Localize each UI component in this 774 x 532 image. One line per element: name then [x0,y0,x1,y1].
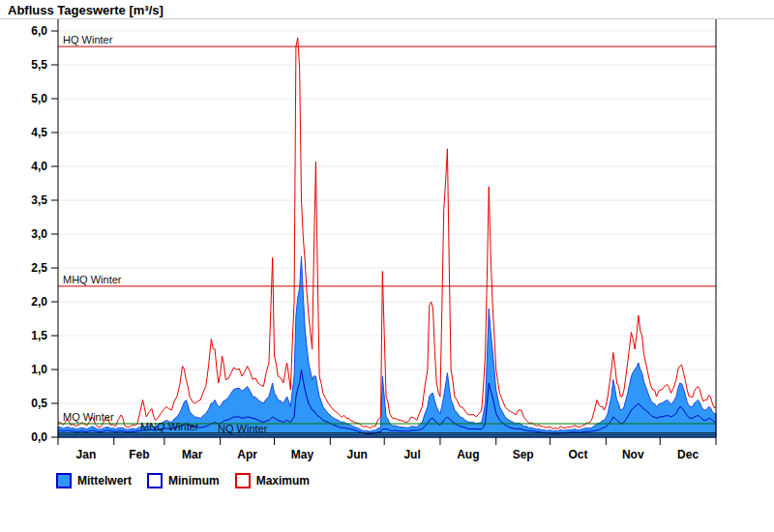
ref-line-label-mnq-winter: MNQ Winter [140,421,199,432]
month-label: Apr [237,448,257,461]
legend-swatch-minimum-icon [147,473,163,488]
month-label: Aug [457,448,479,461]
y-tick-label: 5,5 [31,58,47,72]
y-tick-label: 4,5 [31,126,47,139]
y-tick-label: 3,5 [31,193,47,207]
month-label: Jun [347,448,368,461]
y-tick-label: 3,0 [31,227,47,241]
legend-label-minimum: Minimum [168,474,220,488]
month-label: May [291,448,314,461]
month-label: Nov [622,448,644,461]
y-tick-label: 0,5 [31,397,47,410]
y-tick-label: 1,0 [31,363,47,376]
max-line-maximum [58,38,716,429]
legend-item-mittelwert: Mittelwert [56,473,132,488]
legend-item-maximum: Maximum [235,473,310,488]
legend: Mittelwert Minimum Maximum [56,473,310,488]
y-tick-label: 6,0 [31,24,47,38]
legend-label-maximum: Maximum [256,474,310,488]
y-tick-label: 5,0 [31,92,47,105]
y-tick-label: 4,0 [31,160,47,173]
legend-label-mittelwert: Mittelwert [77,474,132,488]
month-label: Jan [76,448,97,461]
y-tick-label: 0,0 [31,430,47,444]
month-label: Feb [129,448,149,461]
ref-line-label-nq-winter: NQ Winter [218,423,268,434]
ref-line-label-mq-winter: MQ Winter [63,411,114,423]
legend-swatch-maximum-icon [235,473,251,488]
discharge-daily-values-chart: HQ WinterMHQ WinterMQ WinterMNQ WinterNQ… [0,0,774,469]
ref-line-label-hq-winter: HQ Winter [63,34,113,45]
y-tick-label: 2,0 [31,295,47,309]
month-label: Sep [513,448,534,461]
mean-area-mittelwert [58,256,716,437]
legend-swatch-mittelwert-icon [56,473,72,488]
month-label: Jul [403,448,420,461]
chart-page: Abfluss Tageswerte [m³/s] HQ WinterMHQ W… [0,0,774,532]
y-tick-label: 1,5 [31,329,47,342]
ref-line-label-mhq-winter: MHQ Winter [63,274,122,285]
month-label: Mar [182,448,203,461]
month-label: Dec [677,448,699,461]
y-tick-label: 2,5 [31,261,47,275]
legend-item-minimum: Minimum [147,473,220,488]
month-label: Oct [568,448,587,461]
